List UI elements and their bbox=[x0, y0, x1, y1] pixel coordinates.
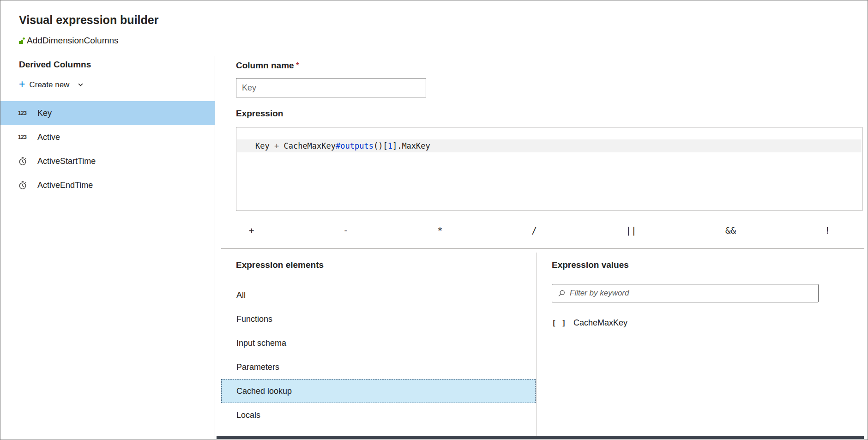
create-new-label: Create new bbox=[29, 80, 69, 90]
number-123-icon: 123 bbox=[18, 110, 30, 116]
number-123-icon: 123 bbox=[18, 134, 30, 140]
filter-search-box[interactable] bbox=[552, 284, 819, 302]
code-token: #outputs bbox=[336, 141, 374, 151]
expression-value-item-cachemaxkey[interactable]: [ ] CacheMaxKey bbox=[552, 313, 627, 333]
operator-button[interactable]: * bbox=[437, 225, 442, 235]
element-item-label: Parameters bbox=[236, 362, 279, 372]
element-item-label: Cached lookup bbox=[236, 386, 292, 396]
derived-column-label: ActiveStartTime bbox=[37, 157, 96, 166]
derived-column-item-activeendtime[interactable]: ActiveEndTime bbox=[0, 173, 215, 197]
operator-button[interactable]: / bbox=[531, 225, 536, 235]
element-item-label: All bbox=[236, 290, 246, 300]
expression-values-heading: Expression values bbox=[552, 260, 629, 270]
clock-icon bbox=[18, 181, 30, 190]
operator-bar: + - * / || && ! bbox=[236, 221, 862, 240]
operator-button[interactable]: && bbox=[725, 225, 736, 235]
expression-editor[interactable]: Key + CacheMaxKey#outputs()[1].MaxKey bbox=[236, 127, 862, 211]
code-token: Key bbox=[255, 141, 274, 151]
derived-column-icon bbox=[18, 37, 25, 44]
operator-button[interactable]: - bbox=[343, 225, 348, 235]
element-item-cached-lookup[interactable]: Cached lookup bbox=[221, 379, 536, 403]
code-token: + bbox=[274, 141, 283, 151]
derived-column-item-active[interactable]: 123 Active bbox=[0, 125, 215, 149]
column-name-label-text: Column name bbox=[236, 60, 294, 70]
panels-divider bbox=[536, 253, 536, 437]
code-token: CacheMaxKey bbox=[283, 141, 336, 151]
left-panel-divider bbox=[215, 56, 215, 440]
operator-button[interactable]: + bbox=[249, 225, 254, 235]
brackets-icon: [ ] bbox=[552, 319, 567, 327]
horizontal-scrollbar[interactable] bbox=[217, 436, 864, 439]
expression-code-line[interactable]: Key + CacheMaxKey#outputs()[1].MaxKey bbox=[237, 139, 862, 152]
element-item-all[interactable]: All bbox=[221, 283, 536, 307]
transformation-name-row: AddDimensionColumns bbox=[18, 36, 119, 46]
search-icon bbox=[558, 289, 566, 297]
derived-column-label: Key bbox=[37, 108, 52, 118]
element-item-input-schema[interactable]: Input schema bbox=[221, 331, 536, 355]
code-token: () bbox=[374, 141, 383, 151]
element-item-label: Input schema bbox=[236, 338, 286, 348]
visual-expression-builder-window: Visual expression builder AddDimensionCo… bbox=[0, 0, 868, 440]
filter-keyword-input[interactable] bbox=[570, 289, 813, 298]
element-item-label: Functions bbox=[236, 314, 272, 324]
horizontal-divider bbox=[221, 248, 864, 249]
code-token: [ bbox=[383, 141, 387, 151]
required-marker: * bbox=[296, 60, 299, 70]
operator-button[interactable]: || bbox=[626, 225, 636, 235]
derived-column-item-key[interactable]: 123 Key bbox=[0, 101, 215, 125]
element-item-functions[interactable]: Functions bbox=[221, 307, 536, 331]
chevron-down-icon bbox=[77, 81, 84, 88]
derived-column-item-activestarttime[interactable]: ActiveStartTime bbox=[0, 149, 215, 173]
page-title: Visual expression builder bbox=[19, 13, 158, 27]
column-name-input[interactable] bbox=[236, 78, 426, 97]
expression-elements-heading: Expression elements bbox=[236, 260, 324, 270]
derived-columns-heading: Derived Columns bbox=[19, 60, 91, 70]
expression-value-label: CacheMaxKey bbox=[573, 318, 627, 328]
derived-columns-list: 123 Key 123 Active ActiveStartTime Activ… bbox=[0, 101, 215, 197]
plus-icon: + bbox=[19, 79, 25, 90]
expression-elements-list: All Functions Input schema Parameters Ca… bbox=[221, 283, 536, 427]
expression-label: Expression bbox=[236, 108, 283, 119]
element-item-parameters[interactable]: Parameters bbox=[221, 355, 536, 379]
derived-column-label: Active bbox=[37, 133, 60, 142]
column-name-label: Column name* bbox=[236, 60, 299, 71]
element-item-locals[interactable]: Locals bbox=[221, 403, 536, 427]
element-item-label: Locals bbox=[236, 410, 260, 420]
code-token: 1 bbox=[388, 141, 392, 151]
transformation-name: AddDimensionColumns bbox=[27, 36, 119, 46]
derived-column-label: ActiveEndTime bbox=[37, 181, 93, 190]
create-new-button[interactable]: + Create new bbox=[19, 80, 84, 90]
code-token: ].MaxKey bbox=[392, 141, 430, 151]
operator-button[interactable]: ! bbox=[825, 225, 830, 235]
clock-icon bbox=[18, 157, 30, 166]
